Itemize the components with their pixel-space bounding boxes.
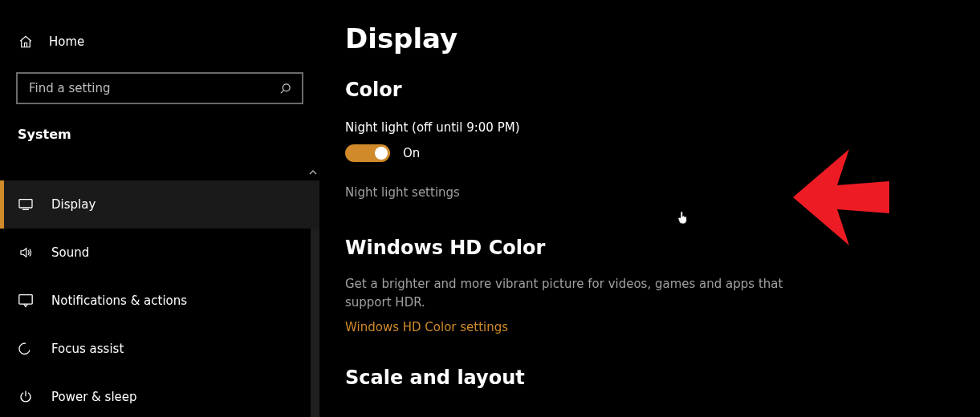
cursor-icon [677,210,689,225]
sidebar-nav: Display Sound [0,180,319,417]
page-title: Display [345,22,948,55]
svg-rect-4 [19,295,32,304]
sidebar-item-notifications[interactable]: Notifications & actions [0,277,319,325]
hdr-heading: Windows HD Color [345,237,948,259]
sidebar-item-label: Power & sleep [51,390,137,404]
search-input[interactable] [29,81,270,95]
settings-sidebar: Home System [0,0,319,417]
sidebar-item-label: Display [51,197,96,212]
sidebar-item-display[interactable]: Display [0,180,319,229]
sidebar-item-sound[interactable]: Sound [0,229,319,277]
sidebar-item-focus-assist[interactable]: Focus assist [0,325,319,373]
home-label: Home [49,34,84,49]
toggle-knob [375,147,388,160]
svg-marker-6 [793,149,889,245]
sidebar-item-label: Focus assist [51,342,124,356]
night-light-label: Night light (off until 9:00 PM) [345,120,948,135]
sidebar-item-label: Sound [51,245,89,260]
night-light-toggle[interactable] [345,144,390,162]
night-light-settings-link[interactable]: Night light settings [345,185,460,200]
svg-line-1 [281,90,284,93]
power-icon [18,389,34,405]
color-heading: Color [345,79,948,101]
sidebar-item-power-sleep[interactable]: Power & sleep [0,373,319,417]
notifications-icon [18,293,34,309]
scale-heading: Scale and layout [345,366,948,389]
home-button[interactable]: Home [0,29,319,55]
sound-icon [18,245,34,261]
hdr-description: Get a brighter and more vibrant picture … [345,275,795,311]
hdr-settings-link[interactable]: Windows HD Color settings [345,320,508,334]
focus-assist-icon [18,341,34,357]
search-icon [279,82,292,95]
search-box[interactable] [16,72,303,104]
svg-rect-2 [19,200,32,208]
sidebar-item-label: Notifications & actions [51,294,187,308]
scroll-up-chevron[interactable] [309,168,317,176]
toggle-state-label: On [403,146,420,160]
sidebar-section-title: System [0,127,319,142]
main-content: Display Color Night light (off until 9:0… [319,0,980,417]
display-icon [18,196,34,213]
home-icon [18,34,34,50]
svg-point-0 [283,83,291,91]
